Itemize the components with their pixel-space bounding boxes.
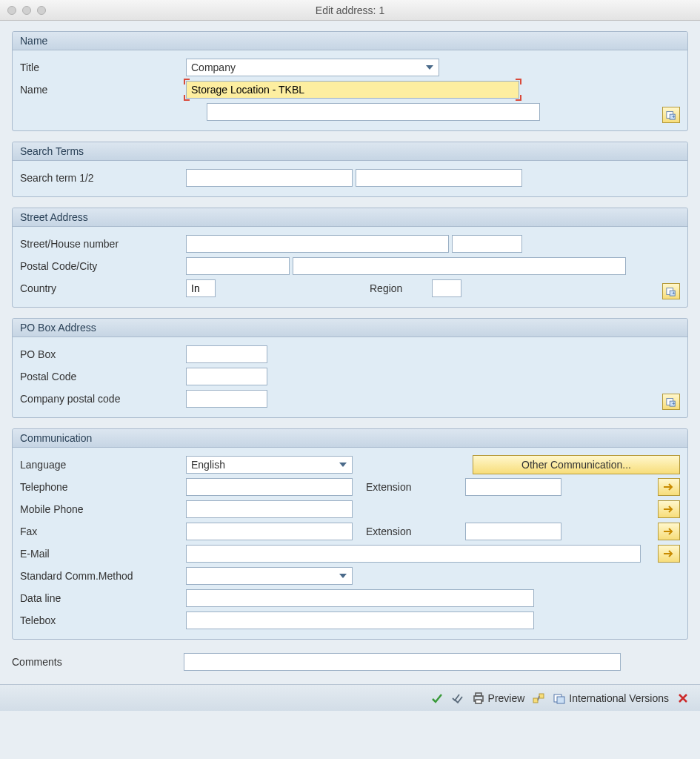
pobox-postal-input[interactable] xyxy=(186,368,267,385)
check-all-button[interactable] xyxy=(451,692,464,705)
svg-rect-12 xyxy=(533,698,538,703)
group-street-header: Street Address xyxy=(13,208,687,227)
company-postal-label: Company postal code xyxy=(20,393,183,405)
street-input[interactable] xyxy=(186,235,449,253)
other-communication-label: Other Communication... xyxy=(521,459,631,471)
group-communication-header: Communication xyxy=(13,429,687,448)
print-icon xyxy=(472,692,485,705)
expand-name-icon[interactable]: + xyxy=(662,107,680,123)
email-label: E-Mail xyxy=(20,548,183,560)
country-label: Country xyxy=(20,282,183,294)
svg-text:+: + xyxy=(672,113,676,120)
country-input[interactable] xyxy=(186,279,216,297)
search-term1-input[interactable] xyxy=(186,169,353,187)
pobox-postal-label: Postal Code xyxy=(20,371,183,382)
window-title: Edit address: 1 xyxy=(0,4,700,16)
content: Name Title Company Name xyxy=(0,21,700,684)
street-label: Street/House number xyxy=(20,238,183,250)
versions-icon xyxy=(553,692,566,705)
check-icon xyxy=(430,692,444,705)
name-label: Name xyxy=(20,84,183,96)
group-pobox: PO Box Address PO Box Postal Code Compan… xyxy=(12,318,688,418)
postal-code-input[interactable] xyxy=(186,257,290,275)
title-select-value: Company xyxy=(191,62,236,73)
telephone-input[interactable] xyxy=(186,478,353,496)
cancel-button[interactable] xyxy=(676,692,690,705)
fax-input[interactable] xyxy=(186,523,353,540)
group-name: Name Title Company Name xyxy=(12,31,688,131)
fax-more-button[interactable] xyxy=(658,523,680,540)
email-more-button[interactable] xyxy=(658,545,680,563)
postal-city-label: Postal Code/City xyxy=(20,260,183,272)
arrow-right-icon xyxy=(663,483,675,491)
arrow-right-icon xyxy=(663,505,675,514)
title-select[interactable]: Company xyxy=(186,59,439,76)
name-input[interactable] xyxy=(186,81,519,99)
region-input[interactable] xyxy=(432,279,461,297)
titlebar: Edit address: 1 xyxy=(0,0,700,21)
group-search-header: Search Terms xyxy=(13,142,687,161)
comments-label: Comments xyxy=(12,656,181,668)
pobox-label: PO Box xyxy=(20,348,183,360)
link-button[interactable] xyxy=(532,692,545,705)
expand-street-icon[interactable]: + xyxy=(662,283,680,299)
dataline-label: Data line xyxy=(20,592,183,604)
svg-rect-10 xyxy=(476,693,481,696)
close-icon xyxy=(676,692,690,705)
telephone-more-button[interactable] xyxy=(658,478,680,496)
comments-row: Comments xyxy=(12,650,688,680)
fax-label: Fax xyxy=(20,526,183,537)
arrow-right-icon xyxy=(663,549,675,558)
search-term-label: Search term 1/2 xyxy=(20,172,183,184)
group-search: Search Terms Search term 1/2 xyxy=(12,142,688,197)
group-communication: Communication Language English Other Com… xyxy=(12,428,688,640)
window: Edit address: 1 Name Title Company Name xyxy=(0,0,700,711)
accept-button[interactable] xyxy=(430,692,444,705)
group-name-header: Name xyxy=(13,32,687,50)
mobile-label: Mobile Phone xyxy=(20,503,183,515)
fax-ext-input[interactable] xyxy=(465,523,561,540)
comments-input[interactable] xyxy=(184,653,621,671)
region-label: Region xyxy=(370,282,429,294)
international-versions-button[interactable]: International Versions xyxy=(553,692,669,705)
pobox-input[interactable] xyxy=(186,345,267,363)
preview-label: Preview xyxy=(488,692,525,704)
telephone-ext-input[interactable] xyxy=(465,478,561,496)
title-label: Title xyxy=(20,62,183,73)
telebox-label: Telebox xyxy=(20,614,183,626)
telephone-label: Telephone xyxy=(20,481,183,493)
language-select[interactable]: English xyxy=(186,456,353,474)
email-input[interactable] xyxy=(186,545,641,563)
mobile-input[interactable] xyxy=(186,500,353,518)
link-icon xyxy=(532,692,545,705)
stdcomm-label: Standard Comm.Method xyxy=(20,570,183,582)
fax-ext-label: Extension xyxy=(366,526,462,537)
svg-text:+: + xyxy=(672,400,676,407)
preview-button[interactable]: Preview xyxy=(472,692,525,705)
svg-rect-13 xyxy=(539,694,544,698)
statusbar: Preview International Versions xyxy=(0,684,700,711)
language-select-value: English xyxy=(191,459,225,471)
arrow-right-icon xyxy=(663,527,675,536)
city-input[interactable] xyxy=(293,257,626,275)
expand-pobox-icon[interactable]: + xyxy=(662,394,680,410)
telephone-ext-label: Extension xyxy=(366,481,462,493)
search-term2-input[interactable] xyxy=(356,169,522,187)
dataline-input[interactable] xyxy=(186,589,534,607)
svg-rect-15 xyxy=(557,697,564,703)
name2-input[interactable] xyxy=(207,103,540,121)
telebox-input[interactable] xyxy=(186,611,534,629)
svg-text:+: + xyxy=(672,290,676,296)
language-label: Language xyxy=(20,459,183,471)
double-check-icon xyxy=(451,692,464,705)
mobile-more-button[interactable] xyxy=(658,500,680,518)
svg-rect-11 xyxy=(476,700,481,703)
company-postal-input[interactable] xyxy=(186,390,267,408)
group-street: Street Address Street/House number Posta… xyxy=(12,208,688,308)
group-pobox-header: PO Box Address xyxy=(13,319,687,337)
international-versions-label: International Versions xyxy=(569,692,669,704)
other-communication-button[interactable]: Other Communication... xyxy=(473,455,680,474)
stdcomm-select[interactable] xyxy=(186,567,353,585)
house-no-input[interactable] xyxy=(452,235,522,253)
